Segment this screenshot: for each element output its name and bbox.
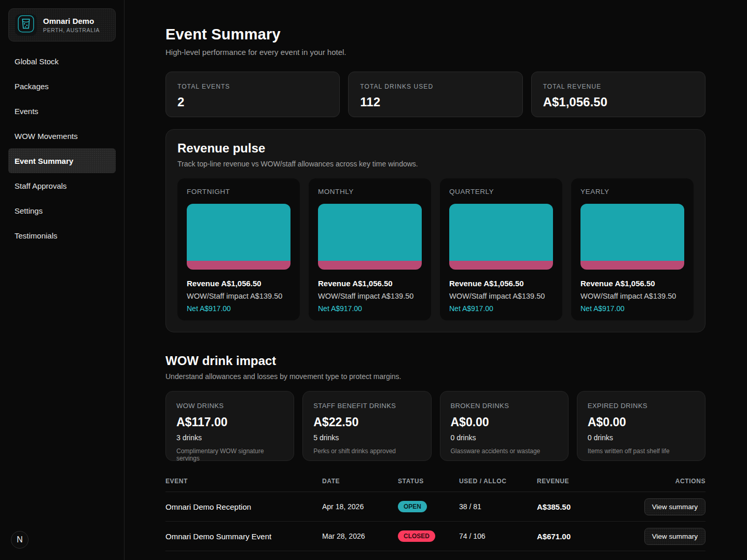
revenue-split-bar (580, 204, 684, 270)
table-row: Omnari Demo Summary Event Mar 28, 2026 C… (165, 522, 706, 551)
revenue-split-bar (187, 204, 290, 270)
bar-segment-impact (449, 261, 553, 270)
stats-row: TOTAL EVENTS 2 TOTAL DRINKS USED 112 TOT… (165, 72, 706, 117)
impact-card-staff-benefit-drinks: STAFF BENEFIT DRINKS A$22.50 5 drinks Pe… (302, 391, 431, 461)
stat-value: 2 (177, 95, 328, 109)
period-revenue: Revenue A$1,056.50 (187, 279, 290, 288)
table-row: Omnari Demo Reception Apr 18, 2026 OPEN … (165, 492, 706, 522)
bar-segment-net (318, 204, 422, 261)
stat-card-total-events: TOTAL EVENTS 2 (165, 72, 340, 117)
view-summary-button[interactable]: View summary (644, 498, 706, 515)
bar-segment-impact (580, 261, 684, 270)
events-table: EVENT DATE STATUS USED / ALLOC REVENUE A… (165, 478, 706, 551)
col-header-actions: ACTIONS (633, 478, 706, 485)
page-subtitle: High-level performance for every event i… (165, 48, 706, 57)
main-content: Event Summary High-level performance for… (125, 0, 747, 560)
impact-count: 5 drinks (313, 433, 420, 442)
event-date-cell: Apr 18, 2026 (322, 502, 398, 511)
sidebar-item-global-stock[interactable]: Global Stock (8, 49, 116, 74)
period-impact: WOW/Staff impact A$139.50 (449, 292, 553, 300)
impact-value: A$0.00 (451, 415, 558, 429)
event-actions-cell: View summary (633, 528, 706, 545)
revenue-pulse-panel: Revenue pulse Track top-line revenue vs … (165, 129, 706, 332)
brand-location: PERTH, AUSTRALIA (43, 27, 100, 33)
sidebar-item-event-summary[interactable]: Event Summary (8, 148, 116, 173)
impact-caption: Items written off past shelf life (588, 447, 695, 455)
sidebar-item-events[interactable]: Events (8, 99, 116, 123)
period-revenue: Revenue A$1,056.50 (580, 279, 684, 288)
cocktail-glass-icon (16, 14, 36, 36)
bar-segment-net (187, 204, 290, 261)
period-net: Net A$917.00 (449, 304, 553, 313)
app-root: Omnari Demo PERTH, AUSTRALIA Global Stoc… (0, 0, 747, 560)
col-header-event: EVENT (165, 478, 322, 485)
period-net: Net A$917.00 (318, 304, 422, 313)
event-date-cell: Mar 28, 2026 (322, 532, 398, 540)
impact-grid: WOW DRINKS A$117.00 3 drinks Complimenta… (165, 391, 706, 461)
col-header-revenue: REVENUE (537, 478, 633, 485)
dev-logo-button[interactable]: N (11, 531, 29, 549)
sidebar-item-staff-approvals[interactable]: Staff Approvals (8, 173, 116, 198)
revenue-pulse-subtitle: Track top-line revenue vs WOW/staff allo… (177, 160, 694, 168)
period-label: MONTHLY (318, 188, 422, 195)
event-name-cell: Omnari Demo Reception (165, 502, 322, 511)
sidebar-nav: Global Stock Packages Events WOW Movemen… (8, 49, 116, 248)
event-revenue-cell: A$671.00 (537, 532, 633, 541)
impact-card-wow-drinks: WOW DRINKS A$117.00 3 drinks Complimenta… (165, 391, 294, 461)
event-status-cell: CLOSED (398, 530, 459, 542)
impact-count: 0 drinks (451, 433, 558, 442)
stat-label: TOTAL EVENTS (177, 83, 328, 90)
impact-caption: Perks or shift drinks approved (313, 447, 420, 455)
col-header-used-alloc: USED / ALLOC (459, 478, 537, 485)
table-header: EVENT DATE STATUS USED / ALLOC REVENUE A… (165, 478, 706, 492)
n-logo-icon: N (17, 535, 23, 544)
view-summary-button[interactable]: View summary (644, 528, 706, 545)
brand-card[interactable]: Omnari Demo PERTH, AUSTRALIA (8, 8, 116, 41)
period-label: YEARLY (580, 188, 684, 195)
period-grid: FORTNIGHT Revenue A$1,056.50 WOW/Staff i… (177, 178, 694, 320)
sidebar-item-wow-movements[interactable]: WOW Movements (8, 123, 116, 148)
impact-value: A$0.00 (588, 415, 695, 429)
period-net: Net A$917.00 (187, 304, 290, 313)
event-used-alloc-cell: 38 / 81 (459, 502, 537, 511)
bar-segment-impact (187, 261, 290, 270)
sidebar: Omnari Demo PERTH, AUSTRALIA Global Stoc… (0, 0, 125, 560)
event-used-alloc-cell: 74 / 106 (459, 532, 537, 540)
period-card-quarterly: QUARTERLY Revenue A$1,056.50 WOW/Staff i… (440, 178, 562, 320)
impact-caption: Glassware accidents or wastage (451, 447, 558, 455)
sidebar-item-testimonials[interactable]: Testimonials (8, 223, 116, 248)
stat-card-total-revenue: TOTAL REVENUE A$1,056.50 (531, 72, 706, 117)
revenue-split-bar (318, 204, 422, 270)
sidebar-item-packages[interactable]: Packages (8, 74, 116, 99)
wow-impact-title: WOW drink impact (165, 354, 706, 368)
impact-label: STAFF BENEFIT DRINKS (313, 402, 420, 410)
impact-value: A$117.00 (176, 415, 283, 429)
col-header-date: DATE (322, 478, 398, 485)
event-revenue-cell: A$385.50 (537, 502, 633, 511)
brand-name: Omnari Demo (43, 17, 100, 25)
period-card-fortnight: FORTNIGHT Revenue A$1,056.50 WOW/Staff i… (177, 178, 300, 320)
stat-label: TOTAL DRINKS USED (360, 83, 510, 90)
impact-value: A$22.50 (313, 415, 420, 429)
impact-label: BROKEN DRINKS (451, 402, 558, 410)
impact-count: 0 drinks (588, 433, 695, 442)
status-badge: OPEN (398, 501, 427, 512)
wow-impact-subtitle: Understand allowances and losses by move… (165, 372, 706, 381)
period-impact: WOW/Staff impact A$139.50 (580, 292, 684, 300)
impact-card-broken-drinks: BROKEN DRINKS A$0.00 0 drinks Glassware … (440, 391, 569, 461)
impact-label: EXPIRED DRINKS (588, 402, 695, 410)
brand-logo (15, 14, 37, 36)
revenue-pulse-title: Revenue pulse (177, 141, 694, 156)
status-badge: CLOSED (398, 530, 435, 542)
stat-value: 112 (360, 95, 510, 109)
period-impact: WOW/Staff impact A$139.50 (187, 292, 290, 300)
event-name-cell: Omnari Demo Summary Event (165, 532, 322, 541)
period-revenue: Revenue A$1,056.50 (318, 279, 422, 288)
sidebar-item-settings[interactable]: Settings (8, 198, 116, 223)
period-card-monthly: MONTHLY Revenue A$1,056.50 WOW/Staff imp… (309, 178, 431, 320)
page-title: Event Summary (165, 26, 706, 43)
brand-text: Omnari Demo PERTH, AUSTRALIA (43, 17, 100, 33)
period-label: FORTNIGHT (187, 188, 290, 195)
bar-segment-impact (318, 261, 422, 270)
revenue-split-bar (449, 204, 553, 270)
